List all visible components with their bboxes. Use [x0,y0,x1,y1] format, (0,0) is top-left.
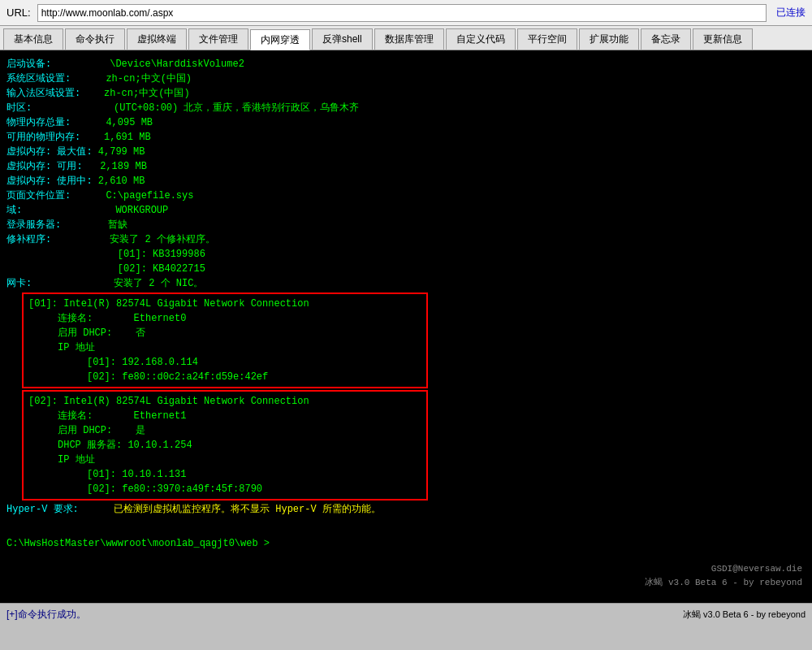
nic1-ip-01: [01]: 192.168.0.114 [28,355,421,370]
nic2-ip-01: [01]: 10.10.1.131 [28,467,421,482]
nic2-header: [02]: Intel(R) 82574L Gigabit Network Co… [28,394,421,409]
line-hotfix-02: [02]: KB4022715 [6,262,806,276]
nic2-ip-label: IP 地址 [28,453,421,467]
line-avail-mem: 可用的物理内存: 1,691 MB [6,130,806,145]
nic1-ip-02: [02]: fe80::d0c2:a24f:d59e:42ef [28,370,421,384]
tab-dbmgr[interactable]: 数据库管理 [374,28,444,50]
tab-parallel[interactable]: 平行空间 [517,28,577,50]
watermark: GSDI@Neversaw.die [711,564,802,574]
tab-extend[interactable]: 扩展功能 [579,28,639,50]
nic2-dhcp: 启用 DHCP: 是 [28,423,421,438]
tab-tunnel[interactable]: 内网穿透 [250,29,310,50]
tab-rebind[interactable]: 反弹shell [312,28,373,50]
terminal-area: 启动设备: \Device\HarddiskVolume2 系统区域设置: zh… [0,50,812,603]
tab-filemgr[interactable]: 文件管理 [188,28,248,50]
line-sys-locale: 系统区域设置: zh-cn;中文(中国) [6,72,806,86]
line-domain: 域: WORKGROUP [6,203,806,218]
connected-status: 已连接 [776,6,806,20]
nic1-dhcp: 启用 DHCP: 否 [28,326,421,340]
nic1-header: [01]: Intel(R) 82574L Gigabit Network Co… [28,297,421,311]
tab-vterm[interactable]: 虚拟终端 [127,28,187,50]
line-empty [6,517,806,531]
line-hotfix-01: [01]: KB3199986 [6,247,806,262]
tab-memo[interactable]: 备忘录 [641,28,691,50]
tab-update[interactable]: 更新信息 [693,28,753,50]
version-info: 冰蝎 v3.0 Beta 6 - by rebeyond [683,609,806,621]
nic1-container: [01]: Intel(R) 82574L Gigabit Network Co… [22,292,806,388]
status-bar: [+]命令执行成功。 冰蝎 v3.0 Beta 6 - by rebeyond [0,603,812,626]
line-virt-used: 虚拟内存: 使用中: 2,610 MB [6,174,806,188]
version-label: 冰蝎 v3.0 Beta 6 - by rebeyond [645,576,802,588]
line-virt-max: 虚拟内存: 最大值: 4,799 MB [6,145,806,159]
nic2-ip-02: [02]: fe80::3970:a49f:45f:8790 [28,482,421,496]
nic2-box: [02]: Intel(R) 82574L Gigabit Network Co… [22,390,428,500]
nav-tabs: 基本信息 命令执行 虚拟终端 文件管理 内网穿透 反弹shell 数据库管理 自… [0,26,812,50]
line-virt-avail: 虚拟内存: 可用: 2,189 MB [6,159,806,174]
nic1-ip-label: IP 地址 [28,340,421,355]
terminal-prompt: C:\HwsHostMaster\wwwroot\moonlab_qagjt0\… [6,536,806,551]
status-message: [+]命令执行成功。 [6,608,86,622]
url-label: URL: [6,6,31,19]
line-total-mem: 物理内存总量: 4,095 MB [6,115,806,130]
tab-basic[interactable]: 基本信息 [3,28,63,50]
line-pagefile: 页面文件位置: C:\pagefile.sys [6,188,806,203]
line-timezone: 时区: (UTC+08:00) 北京，重庆，香港特别行政区，乌鲁木齐 [6,101,806,115]
line-logon-server: 登录服务器: 暂缺 [6,218,806,232]
line-hotfix: 修补程序: 安装了 2 个修补程序。 [6,232,806,247]
line-nic-header: 网卡: 安装了 2 个 NIC。 [6,276,806,291]
nic2-dhcp-server: DHCP 服务器: 10.10.1.254 [28,438,421,453]
line-boot-device: 启动设备: \Device\HarddiskVolume2 [6,57,806,72]
line-input-locale: 输入法区域设置: zh-cn;中文(中国) [6,86,806,101]
tab-cmd[interactable]: 命令执行 [65,28,125,50]
nic1-connname: 连接名: Ethernet0 [28,311,421,326]
url-input[interactable] [37,4,767,22]
nic2-connname: 连接名: Ethernet1 [28,409,421,423]
nic1-box: [01]: Intel(R) 82574L Gigabit Network Co… [22,292,428,388]
nic2-container: [02]: Intel(R) 82574L Gigabit Network Co… [22,390,806,500]
line-hyperv: Hyper-V 要求: 已检测到虚拟机监控程序。将不显示 Hyper-V 所需的… [6,502,806,517]
top-bar: URL: 已连接 [0,0,812,26]
tab-customcode[interactable]: 自定义代码 [446,28,516,50]
